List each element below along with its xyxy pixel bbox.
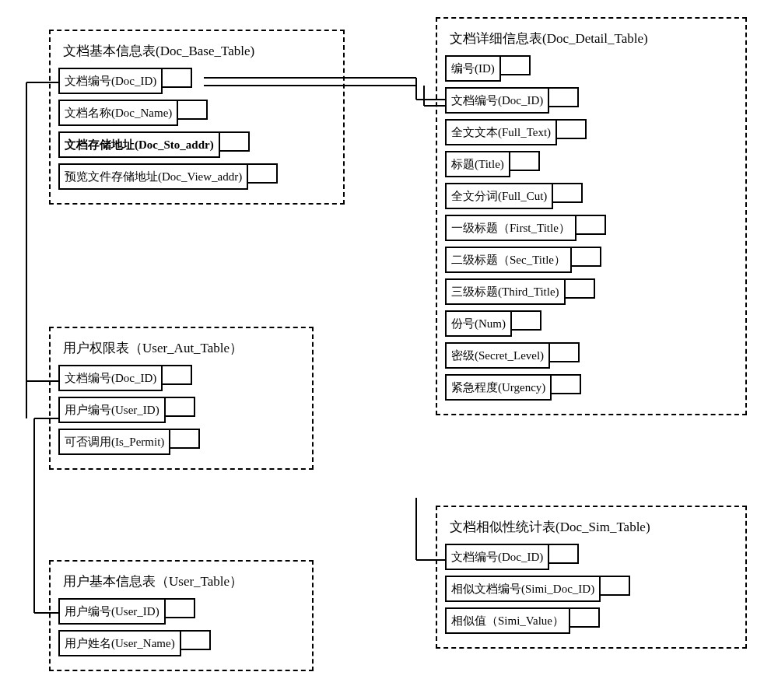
field-row: 三级标题(Third_Title) <box>445 278 738 305</box>
field-row: 全文文本(Full_Text) <box>445 119 738 145</box>
field-value-slot <box>501 55 531 75</box>
field-label: 文档编号(Doc_ID) <box>58 68 163 94</box>
field-row: 预览文件存储地址(Doc_View_addr) <box>58 163 335 190</box>
table-doc-sim: 文档相似性统计表(Doc_Sim_Table) 文档编号(Doc_ID) 相似文… <box>436 506 747 649</box>
field-value-slot <box>549 544 579 564</box>
field-value-slot <box>576 215 606 235</box>
field-label: 预览文件存储地址(Doc_View_addr) <box>58 163 248 190</box>
field-row: 可否调用(Is_Permit) <box>58 429 304 455</box>
table-title: 用户基本信息表（User_Table） <box>63 572 304 590</box>
field-value-slot <box>570 607 600 628</box>
field-label: 文档编号(Doc_ID) <box>58 365 163 391</box>
field-value-slot <box>163 68 192 88</box>
field-value-slot <box>166 598 195 618</box>
field-value-slot <box>220 131 250 152</box>
field-row: 紧急程度(Urgency) <box>445 374 738 401</box>
field-label: 相似值（Simi_Value） <box>445 607 570 634</box>
field-value-slot <box>181 630 211 650</box>
field-label: 用户编号(User_ID) <box>58 598 166 625</box>
field-row: 相似值（Simi_Value） <box>445 607 738 634</box>
field-value-slot <box>549 87 579 107</box>
field-row: 二级标题（Sec_Title） <box>445 247 738 273</box>
field-label: 份号(Num) <box>445 310 512 337</box>
field-label: 全文文本(Full_Text) <box>445 119 557 145</box>
er-diagram: 文档基本信息表(Doc_Base_Table) 文档编号(Doc_ID) 文档名… <box>0 0 778 700</box>
field-label: 可否调用(Is_Permit) <box>58 429 170 455</box>
field-value-slot <box>566 278 595 299</box>
field-label: 文档编号(Doc_ID) <box>445 544 549 570</box>
field-row: 文档编号(Doc_ID) <box>58 68 335 94</box>
field-value-slot <box>572 247 601 267</box>
field-value-slot <box>166 397 195 417</box>
field-row: 文档编号(Doc_ID) <box>58 365 304 391</box>
field-value-slot <box>248 163 278 184</box>
field-row: 编号(ID) <box>445 55 738 82</box>
field-row: 标题(Title) <box>445 151 738 177</box>
field-value-slot <box>178 100 208 120</box>
field-value-slot <box>163 365 192 385</box>
field-value-slot <box>170 429 200 449</box>
table-title: 文档相似性统计表(Doc_Sim_Table) <box>450 518 738 536</box>
table-title: 文档详细信息表(Doc_Detail_Table) <box>450 30 738 47</box>
field-row: 文档名称(Doc_Name) <box>58 100 335 126</box>
field-row: 文档编号(Doc_ID) <box>445 544 738 570</box>
field-row: 文档存储地址(Doc_Sto_addr) <box>58 131 335 158</box>
field-label: 标题(Title) <box>445 151 510 177</box>
field-label: 相似文档编号(Simi_Doc_ID) <box>445 576 601 602</box>
table-user-base: 用户基本信息表（User_Table） 用户编号(User_ID) 用户姓名(U… <box>49 560 314 671</box>
field-label: 全文分词(Full_Cut) <box>445 183 553 209</box>
field-label: 一级标题（First_Title） <box>445 215 576 241</box>
field-value-slot <box>557 119 587 139</box>
field-label: 文档名称(Doc_Name) <box>58 100 178 126</box>
table-user-aut: 用户权限表（User_Aut_Table） 文档编号(Doc_ID) 用户编号(… <box>49 327 314 470</box>
field-value-slot <box>553 183 583 203</box>
field-row: 份号(Num) <box>445 310 738 337</box>
field-label: 紧急程度(Urgency) <box>445 374 552 401</box>
field-row: 用户编号(User_ID) <box>58 397 304 423</box>
field-label: 文档存储地址(Doc_Sto_addr) <box>58 131 220 158</box>
field-row: 用户编号(User_ID) <box>58 598 304 625</box>
field-label: 二级标题（Sec_Title） <box>445 247 572 273</box>
field-value-slot <box>550 342 580 362</box>
field-label: 三级标题(Third_Title) <box>445 278 566 305</box>
field-label: 用户姓名(User_Name) <box>58 630 181 656</box>
field-label: 用户编号(User_ID) <box>58 397 166 423</box>
field-label: 文档编号(Doc_ID) <box>445 87 549 114</box>
table-doc-detail: 文档详细信息表(Doc_Detail_Table) 编号(ID) 文档编号(Do… <box>436 17 747 415</box>
field-value-slot <box>601 576 630 596</box>
table-title: 用户权限表（User_Aut_Table） <box>63 339 304 357</box>
field-label: 密级(Secret_Level) <box>445 342 550 369</box>
field-value-slot <box>510 151 540 171</box>
field-row: 全文分词(Full_Cut) <box>445 183 738 209</box>
table-doc-base: 文档基本信息表(Doc_Base_Table) 文档编号(Doc_ID) 文档名… <box>49 30 345 205</box>
field-row: 相似文档编号(Simi_Doc_ID) <box>445 576 738 602</box>
field-row: 一级标题（First_Title） <box>445 215 738 241</box>
field-value-slot <box>552 374 581 394</box>
field-row: 用户姓名(User_Name) <box>58 630 304 656</box>
field-row: 文档编号(Doc_ID) <box>445 87 738 114</box>
field-value-slot <box>512 310 541 331</box>
field-label: 编号(ID) <box>445 55 501 82</box>
field-row: 密级(Secret_Level) <box>445 342 738 369</box>
table-title: 文档基本信息表(Doc_Base_Table) <box>63 42 335 60</box>
